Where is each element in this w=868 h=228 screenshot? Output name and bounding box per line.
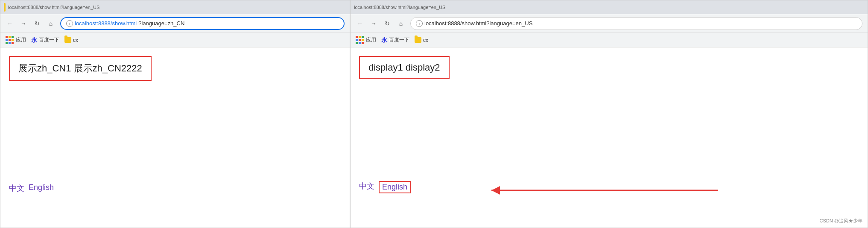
left-chinese-link[interactable]: 中文 xyxy=(9,183,24,193)
right-lang-links: 中文 English xyxy=(359,181,411,193)
left-lang-links: 中文 English xyxy=(9,183,54,193)
left-title-accent xyxy=(4,3,6,12)
right-bookmark-baidu[interactable]: 永 百度一下 xyxy=(381,36,409,44)
right-bookmarks-bar: 应用 永 百度一下 cx xyxy=(351,33,868,47)
left-tab-title: localhost:8888/show.html?language=en_US xyxy=(8,5,99,10)
left-url-highlight: localhost:8888/show.html xyxy=(75,20,137,27)
left-home-button[interactable]: ⌂ xyxy=(45,18,57,30)
left-forward-button[interactable]: → xyxy=(18,18,29,30)
left-apps-icon xyxy=(6,36,14,44)
right-browser-window: localhost:8888/show.html?language=en_US … xyxy=(350,0,868,228)
left-reload-button[interactable]: ↻ xyxy=(31,18,43,30)
left-cx-label: cx xyxy=(73,37,78,43)
left-baidu-icon: 永 xyxy=(31,36,37,44)
right-info-icon: i xyxy=(416,20,423,27)
right-tab-title: localhost:8888/show.html?language=en_US xyxy=(354,5,445,10)
left-folder-icon xyxy=(64,37,71,43)
left-display-text: 展示zh_CN1 展示zh_CN2222 xyxy=(18,63,142,74)
right-english-link[interactable]: English xyxy=(379,181,411,193)
right-display-text: display1 display2 xyxy=(368,62,440,73)
right-display-box: display1 display2 xyxy=(359,56,450,79)
right-url-text: localhost:8888/show.html?language=en_US xyxy=(424,20,532,27)
left-bookmark-baidu[interactable]: 永 百度一下 xyxy=(31,36,59,44)
right-bookmark-apps[interactable]: 应用 xyxy=(356,36,376,44)
right-apps-label: 应用 xyxy=(366,36,376,44)
left-apps-label: 应用 xyxy=(16,36,26,44)
red-arrow-indicator xyxy=(470,180,726,201)
left-page-content: 展示zh_CN1 展示zh_CN2222 中文 English xyxy=(0,47,350,228)
right-nav-bar: ← → ↻ ⌂ i localhost:8888/show.html?langu… xyxy=(351,14,868,33)
left-nav-bar: ← → ↻ ⌂ i localhost:8888/show.html ?lang… xyxy=(0,14,350,33)
left-bookmarks-bar: 应用 永 百度一下 cx xyxy=(0,33,350,47)
left-display-box: 展示zh_CN1 展示zh_CN2222 xyxy=(9,56,152,81)
left-url-rest: ?language=zh_CN xyxy=(138,20,184,27)
right-title-bar: localhost:8888/show.html?language=en_US xyxy=(351,0,868,14)
right-reload-button[interactable]: ↻ xyxy=(381,18,393,30)
right-folder-icon xyxy=(415,37,421,43)
watermark: CSDN @追风★少年 xyxy=(820,218,862,224)
right-home-button[interactable]: ⌂ xyxy=(395,18,407,30)
right-forward-button[interactable]: → xyxy=(368,18,380,30)
right-baidu-label: 百度一下 xyxy=(389,36,409,44)
right-bookmark-cx[interactable]: cx xyxy=(415,37,428,43)
right-back-button[interactable]: ← xyxy=(354,18,366,30)
left-bookmark-cx[interactable]: cx xyxy=(64,37,78,43)
right-address-bar[interactable]: i localhost:8888/show.html?language=en_U… xyxy=(410,17,862,30)
right-baidu-icon: 永 xyxy=(381,36,387,44)
right-cx-label: cx xyxy=(423,37,428,43)
right-page-content: display1 display2 中文 English CSDN @追风★少年 xyxy=(351,47,868,228)
left-title-bar: localhost:8888/show.html?language=en_US xyxy=(0,0,350,14)
left-english-link[interactable]: English xyxy=(29,183,54,193)
right-apps-icon xyxy=(356,36,364,44)
left-browser-window: localhost:8888/show.html?language=en_US … xyxy=(0,0,350,228)
svg-marker-1 xyxy=(491,186,500,195)
left-address-bar[interactable]: i localhost:8888/show.html ?language=zh_… xyxy=(60,17,345,30)
left-info-icon: i xyxy=(66,20,73,27)
left-baidu-label: 百度一下 xyxy=(39,36,59,44)
left-back-button[interactable]: ← xyxy=(4,18,16,30)
right-chinese-link[interactable]: 中文 xyxy=(359,181,374,193)
left-bookmark-apps[interactable]: 应用 xyxy=(6,36,26,44)
